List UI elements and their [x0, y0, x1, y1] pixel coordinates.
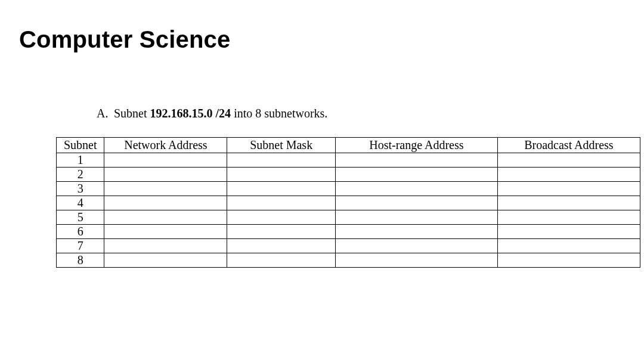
cell-network [104, 182, 227, 196]
cell-broadcast [497, 253, 640, 268]
cell-mask [227, 168, 335, 182]
cell-hostrange [335, 168, 497, 182]
cell-network [104, 253, 227, 268]
header-mask: Subnet Mask [227, 138, 335, 153]
cell-hostrange [335, 239, 497, 253]
cell-hostrange [335, 182, 497, 196]
question-suffix: into 8 subnetworks. [231, 107, 327, 120]
cell-network [104, 225, 227, 239]
table-row: 2 [57, 168, 640, 182]
cell-subnet: 3 [57, 182, 104, 196]
cell-broadcast [497, 210, 640, 225]
cell-network [104, 196, 227, 210]
cell-hostrange [335, 196, 497, 210]
cell-broadcast [497, 168, 640, 182]
header-network: Network Address [104, 138, 227, 153]
cell-network [104, 168, 227, 182]
cell-broadcast [497, 225, 640, 239]
cell-mask [227, 239, 335, 253]
table-row: 6 [57, 225, 640, 239]
cell-network [104, 153, 227, 168]
table-row: 4 [57, 196, 640, 210]
cell-broadcast [497, 196, 640, 210]
cell-hostrange [335, 153, 497, 168]
question-prefix: Subnet [114, 107, 150, 120]
table-row: 5 [57, 210, 640, 225]
cell-hostrange [335, 225, 497, 239]
question-letter: A. [97, 107, 111, 120]
cell-mask [227, 182, 335, 196]
cell-mask [227, 225, 335, 239]
table-row: 7 [57, 239, 640, 253]
cell-broadcast [497, 239, 640, 253]
header-broadcast: Broadcast Address [497, 138, 640, 153]
cell-subnet: 7 [57, 239, 104, 253]
cell-network [104, 239, 227, 253]
cell-subnet: 2 [57, 168, 104, 182]
cell-mask [227, 253, 335, 268]
cell-subnet: 5 [57, 210, 104, 225]
cell-broadcast [497, 153, 640, 168]
cell-mask [227, 210, 335, 225]
table-row: 1 [57, 153, 640, 168]
question-bold: 192.168.15.0 /24 [150, 107, 231, 120]
cell-broadcast [497, 182, 640, 196]
cell-hostrange [335, 253, 497, 268]
table-row: 8 [57, 253, 640, 268]
header-hostrange: Host-range Address [335, 138, 497, 153]
page-title: Computer Science [19, 26, 625, 53]
cell-subnet: 6 [57, 225, 104, 239]
table-header-row: Subnet Network Address Subnet Mask Host-… [57, 138, 640, 153]
cell-network [104, 210, 227, 225]
header-subnet: Subnet [57, 138, 104, 153]
cell-subnet: 4 [57, 196, 104, 210]
table-row: 3 [57, 182, 640, 196]
cell-subnet: 1 [57, 153, 104, 168]
question-text: A. Subnet 192.168.15.0 /24 into 8 subnet… [97, 107, 625, 120]
cell-mask [227, 196, 335, 210]
subnet-table: Subnet Network Address Subnet Mask Host-… [56, 137, 640, 268]
cell-mask [227, 153, 335, 168]
cell-subnet: 8 [57, 253, 104, 268]
cell-hostrange [335, 210, 497, 225]
